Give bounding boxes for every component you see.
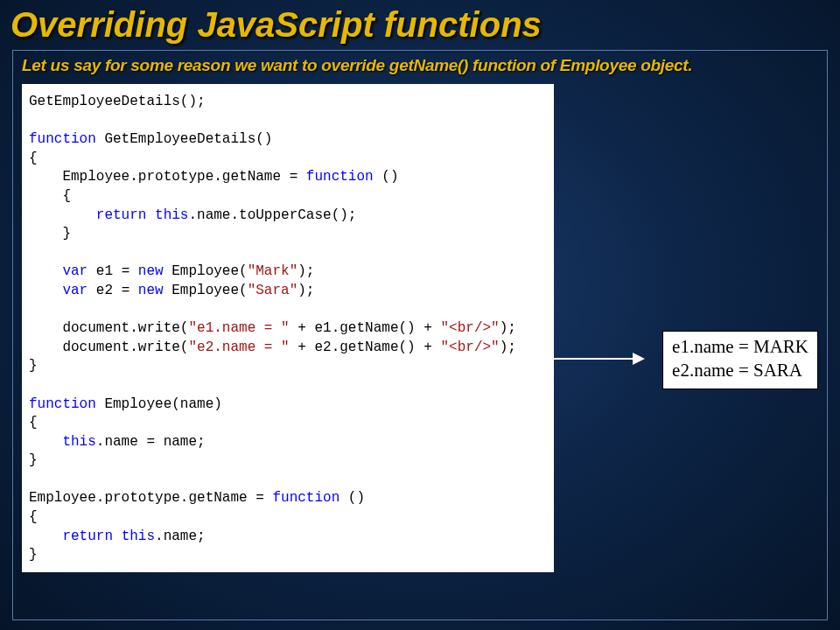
slide-subtitle: Let us say for some reason we want to ov… [22, 56, 818, 75]
slide-title: Overriding JavaScript functions [0, 0, 840, 46]
output-line-2: e2.name = SARA [672, 359, 808, 382]
content-frame: Let us say for some reason we want to ov… [12, 50, 828, 620]
output-line-1: e1.name = MARK [672, 335, 808, 359]
output-box: e1.name = MARK e2.name = SARA [662, 331, 818, 389]
arrow-icon [554, 353, 648, 365]
code-block: GetEmployeeDetails(); function GetEmploy… [22, 84, 554, 572]
